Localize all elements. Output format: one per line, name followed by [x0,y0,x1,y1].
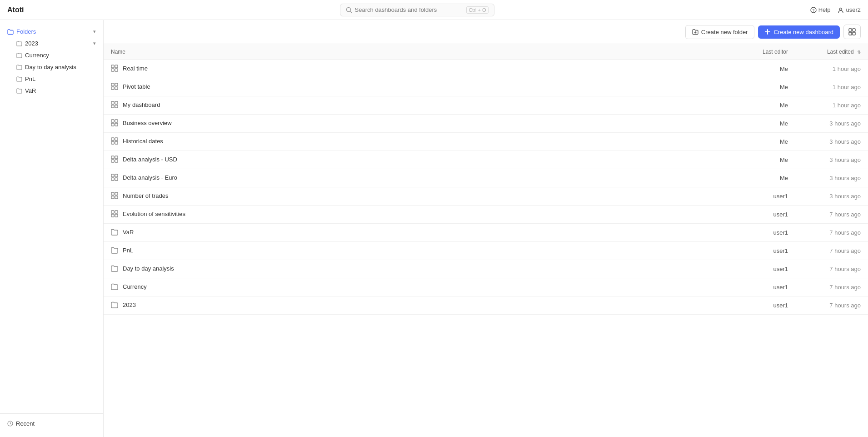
table-row[interactable]: Evolution of sensitivities user1 7 hours… [104,206,868,224]
search-shortcut: Ctrl + O [466,6,488,14]
sidebar-item-2023[interactable]: 2023 ▾ [5,38,101,49]
table-row[interactable]: Pivot table Me 1 hour ago [104,78,868,96]
row-editor: Me [723,169,795,187]
table-row[interactable]: Delta analysis - USD Me 3 hours ago [104,151,868,169]
create-dashboard-button[interactable]: Create new dashboard [758,25,840,39]
user-menu[interactable]: user2 [838,6,861,13]
column-last-editor: Last editor [723,44,795,60]
row-editor: user1 [723,278,795,296]
row-time: 1 hour ago [795,78,868,96]
column-last-edited[interactable]: Last edited ⇅ [795,44,868,60]
row-time: 7 hours ago [795,278,868,296]
row-editor: Me [723,96,795,115]
row-name: Business overview [104,115,723,133]
row-name: Real time [104,60,723,78]
svg-rect-22 [111,101,114,104]
table-row[interactable]: 2023 user1 7 hours ago [104,296,868,315]
svg-rect-35 [115,156,118,159]
row-time: 3 hours ago [795,133,868,151]
table-row[interactable]: Business overview Me 3 hours ago [104,115,868,133]
table-row[interactable]: PnL user1 7 hours ago [104,242,868,260]
sidebar-item-pnl[interactable]: PnL [5,73,101,85]
svg-rect-20 [111,87,114,90]
row-name: Historical dates [104,133,723,151]
sidebar-2023-item: 2023 ▾ Currency Day to day analysis [0,38,103,96]
row-name: Day to day analysis [104,260,723,278]
search-bar[interactable]: Ctrl + O [340,4,494,16]
svg-rect-37 [115,160,118,162]
row-name: Number of trades [104,187,723,206]
row-editor: user1 [723,296,795,315]
svg-rect-17 [115,69,118,71]
table-row[interactable]: Real time Me 1 hour ago [104,60,868,78]
folder-plus-icon [692,29,698,35]
svg-rect-26 [111,120,114,122]
dashboard-row-icon [111,83,118,90]
row-time: 1 hour ago [795,60,868,78]
svg-rect-33 [115,141,118,144]
table-row[interactable]: My dashboard Me 1 hour ago [104,96,868,115]
dashboard-table: Name Last editor Last edited ⇅ [104,44,868,437]
svg-point-4 [840,8,842,10]
folder-row-icon [111,228,118,236]
svg-rect-16 [111,69,114,71]
sidebar-item-var[interactable]: VaR [5,85,101,96]
search-icon [346,7,352,13]
svg-rect-13 [853,32,855,35]
table-row[interactable]: Delta analysis - Euro Me 3 hours ago [104,169,868,187]
topbar-right: ? Help user2 [810,6,861,13]
svg-rect-30 [111,138,114,141]
svg-rect-39 [115,174,118,177]
row-time: 7 hours ago [795,260,868,278]
dashboard-row-icon [111,174,118,181]
folders-label: Folders [16,28,36,35]
sidebar-currency-label: Currency [25,52,49,59]
sidebar-item-day-to-day[interactable]: Day to day analysis [5,61,101,73]
row-time: 7 hours ago [795,224,868,242]
main-layout: Folders ▾ 2023 ▾ Currency [0,20,868,437]
row-time: 7 hours ago [795,242,868,260]
content-area: Create new folder Create new dashboard [104,20,868,437]
row-editor: Me [723,133,795,151]
svg-rect-36 [111,160,114,162]
help-icon: ? [810,7,817,13]
folder-icon [16,64,22,70]
create-dashboard-label: Create new dashboard [773,29,833,35]
row-time: 1 hour ago [795,96,868,115]
svg-rect-24 [111,105,114,108]
dashboard-row-icon [111,65,118,72]
folder-icon [16,40,22,46]
table-row[interactable]: VaR user1 7 hours ago [104,224,868,242]
table-row[interactable]: Historical dates Me 3 hours ago [104,133,868,151]
create-folder-button[interactable]: Create new folder [685,25,755,39]
sidebar-item-folders[interactable]: Folders ▾ [2,26,101,37]
sidebar-item-recent[interactable]: Recent [2,418,101,429]
table-row[interactable]: Day to day analysis user1 7 hours ago [104,260,868,278]
svg-rect-48 [111,214,114,217]
svg-rect-15 [115,65,118,68]
sidebar-folders-section: Folders ▾ 2023 ▾ Currency [0,24,103,99]
column-name: Name [104,44,723,60]
folder-icon [16,52,22,58]
svg-rect-12 [849,32,852,35]
dashboard-row-icon [111,210,118,217]
row-editor: Me [723,115,795,133]
table-row[interactable]: Currency user1 7 hours ago [104,278,868,296]
row-name: Currency [104,278,723,296]
svg-rect-25 [115,105,118,108]
grid-view-button[interactable] [843,25,861,39]
row-editor: user1 [723,206,795,224]
dashboard-row-icon [111,192,118,199]
search-input[interactable] [355,6,464,13]
svg-rect-23 [115,101,118,104]
row-editor: user1 [723,260,795,278]
row-name: PnL [104,242,723,260]
help-button[interactable]: ? Help [810,6,831,13]
sidebar-item-currency[interactable]: Currency [5,50,101,61]
chevron-down-icon: ▾ [93,29,96,35]
row-time: 3 hours ago [795,151,868,169]
sidebar-bottom: Recent [0,413,103,433]
svg-rect-14 [111,65,114,68]
table-row[interactable]: Number of trades user1 3 hours ago [104,187,868,206]
svg-rect-31 [115,138,118,141]
